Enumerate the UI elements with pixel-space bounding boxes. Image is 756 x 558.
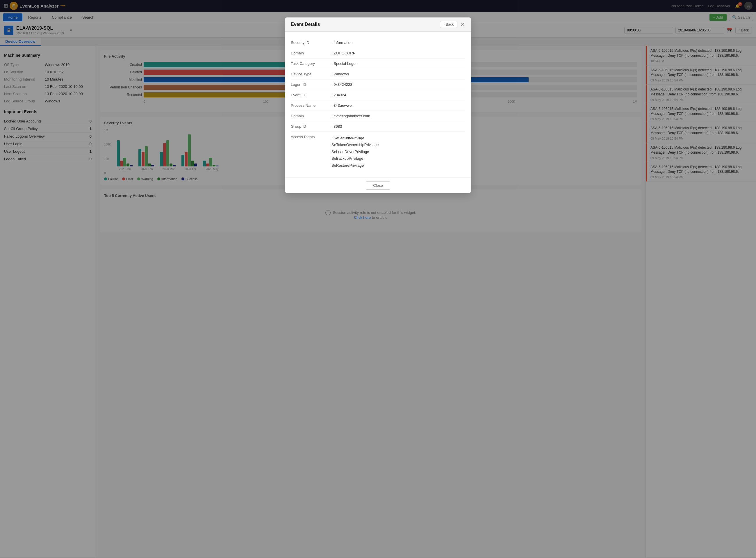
modal-field-row: Process Name : 343aewwe [291, 100, 465, 111]
modal-field-row: Task Category : Special Logon [291, 58, 465, 69]
modal-field-row: Access Rights : SeSecurityPrivilge SeTok… [291, 132, 465, 172]
modal-field-value: : 234324 [331, 93, 465, 97]
modal-footer: Close [285, 177, 471, 193]
modal-field-row: Security ID : Information [291, 37, 465, 48]
modal-field-value: : 0x3424228 [331, 82, 465, 87]
modal-back-label: Back [446, 22, 454, 26]
modal-field-row: Domain : ZOHOCORP [291, 48, 465, 58]
modal-back-button[interactable]: ‹ Back [440, 21, 457, 28]
modal-field-value: : SeSecurityPrivilge SeTokenOwnershipPri… [331, 135, 465, 169]
event-details-modal: Event Details ‹ Back ✕ Security ID : Inf… [285, 18, 471, 193]
modal-field-row: Device Type : Windows [291, 69, 465, 79]
modal-field-row: Event ID : 234324 [291, 90, 465, 100]
modal-field-row: Group ID : 8683 [291, 121, 465, 132]
modal-field-key: Security ID [291, 41, 331, 45]
modal-field-key: Event ID [291, 93, 331, 97]
modal-overlay[interactable]: Event Details ‹ Back ✕ Security ID : Inf… [0, 0, 756, 557]
modal-header-right: ‹ Back ✕ [440, 21, 465, 28]
modal-body: Security ID : Information Domain : ZOHOC… [285, 32, 471, 177]
modal-field-key: Domain [291, 114, 331, 118]
modal-field-value: : Windows [331, 72, 465, 76]
modal-field-key: Group ID [291, 124, 331, 129]
modal-field-key: Process Name [291, 103, 331, 108]
modal-close-x-button[interactable]: ✕ [460, 22, 465, 27]
modal-field-key: Access Rights [291, 135, 331, 139]
modal-back-chevron: ‹ [444, 22, 445, 26]
modal-field-value: : Information [331, 41, 465, 45]
modal-field-value: : evnetloganalyzer.com [331, 114, 465, 118]
modal-field-row: Logon ID : 0x3424228 [291, 79, 465, 90]
modal-field-value: : ZOHOCORP [331, 51, 465, 55]
modal-field-value: : Special Logon [331, 61, 465, 66]
modal-field-row: Domain : evnetloganalyzer.com [291, 111, 465, 121]
modal-close-button[interactable]: Close [366, 181, 390, 190]
modal-field-value: : 8683 [331, 124, 465, 129]
modal-header: Event Details ‹ Back ✕ [285, 18, 471, 32]
modal-title: Event Details [291, 22, 320, 27]
modal-field-key: Task Category [291, 61, 331, 66]
modal-fields: Security ID : Information Domain : ZOHOC… [291, 37, 465, 172]
modal-field-value: : 343aewwe [331, 103, 465, 108]
modal-field-key: Domain [291, 51, 331, 55]
modal-field-key: Device Type [291, 72, 331, 76]
modal-field-key: Logon ID [291, 82, 331, 87]
